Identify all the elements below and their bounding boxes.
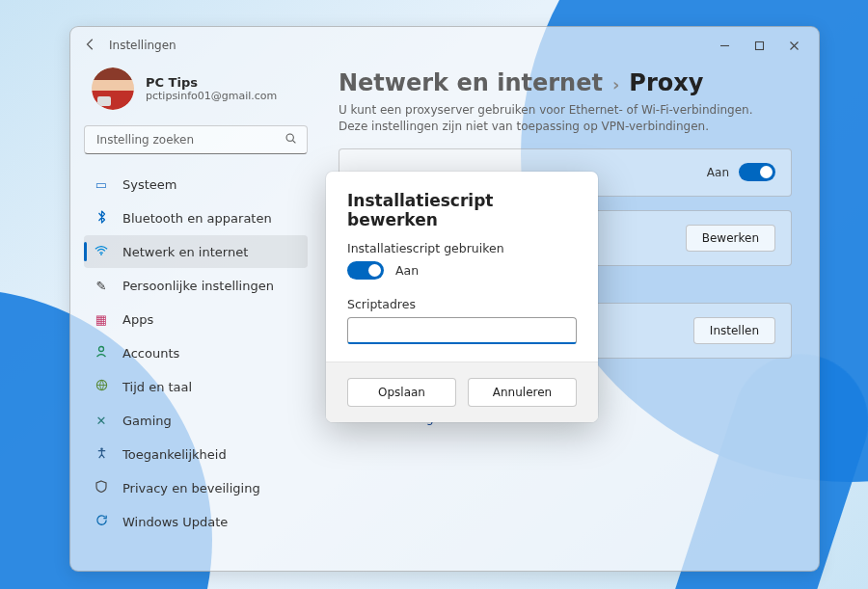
page-description: U kunt een proxyserver gebruiken voor Et… <box>339 102 782 135</box>
person-icon <box>94 345 109 361</box>
gaming-icon: ✕ <box>94 414 109 428</box>
use-script-state: Aan <box>395 263 419 278</box>
sidebar-item-label: Windows Update <box>122 515 228 529</box>
search-icon <box>285 132 297 147</box>
breadcrumb-parent[interactable]: Netwerk en internet <box>339 69 603 96</box>
window-minimize-button[interactable] <box>707 32 742 59</box>
breadcrumb: Netwerk en internet › Proxy <box>339 69 792 96</box>
brush-icon: ✎ <box>94 279 109 293</box>
save-button[interactable]: Opslaan <box>347 378 456 407</box>
sidebar-item-bluetooth[interactable]: Bluetooth en apparaten <box>84 201 308 234</box>
script-address-label: Scriptadres <box>347 297 577 311</box>
svg-rect-0 <box>755 41 763 49</box>
profile-email: pctipsinfo01@gmail.com <box>146 90 277 102</box>
svg-point-3 <box>99 347 104 352</box>
accessibility-icon <box>94 446 109 462</box>
sidebar-item-gaming[interactable]: ✕ Gaming <box>84 404 308 437</box>
chevron-right-icon: › <box>612 74 619 94</box>
sidebar: PC Tips pctipsinfo01@gmail.com ▭ Systeem <box>70 64 317 571</box>
app-title: Instellingen <box>109 39 176 52</box>
sidebar-item-system[interactable]: ▭ Systeem <box>84 168 308 201</box>
script-address-input[interactable] <box>347 317 577 344</box>
edit-script-button[interactable]: Bewerken <box>686 225 775 252</box>
sidebar-item-label: Accounts <box>122 346 179 361</box>
sidebar-item-privacy[interactable]: Privacy en beveiliging <box>84 471 308 504</box>
apps-icon: ▦ <box>94 312 109 327</box>
breadcrumb-current: Proxy <box>629 69 703 96</box>
sidebar-item-label: Systeem <box>122 177 176 192</box>
dialog-title: Installatiescript bewerken <box>347 191 577 229</box>
sidebar-item-label: Privacy en beveiliging <box>122 481 260 495</box>
profile[interactable]: PC Tips pctipsinfo01@gmail.com <box>84 64 308 125</box>
use-script-label: Installatiescript gebruiken <box>347 241 577 255</box>
sidebar-item-label: Apps <box>122 312 153 327</box>
sidebar-item-accounts[interactable]: Accounts <box>84 336 308 369</box>
sidebar-item-personalization[interactable]: ✎ Persoonlijke instellingen <box>84 269 308 302</box>
auto-detect-toggle[interactable] <box>739 163 775 181</box>
sidebar-item-label: Toegankelijkheid <box>122 447 227 462</box>
update-icon <box>94 514 109 529</box>
sidebar-item-apps[interactable]: ▦ Apps <box>84 303 308 335</box>
wifi-icon <box>94 245 109 259</box>
svg-point-1 <box>286 134 293 141</box>
globe-icon <box>94 379 109 394</box>
nav: ▭ Systeem Bluetooth en apparaten Netwerk… <box>84 168 308 538</box>
auto-detect-state: Aan <box>707 166 739 179</box>
svg-point-2 <box>100 254 102 255</box>
sidebar-item-network[interactable]: Netwerk en internet <box>84 235 308 268</box>
window-close-button[interactable] <box>776 32 811 59</box>
system-icon: ▭ <box>94 177 109 192</box>
search-input-wrapper[interactable] <box>84 125 308 154</box>
back-button[interactable] <box>78 38 103 54</box>
sidebar-item-label: Persoonlijke instellingen <box>122 279 274 293</box>
titlebar: Instellingen <box>70 27 819 64</box>
setup-manual-button[interactable]: Instellen <box>693 317 775 344</box>
sidebar-item-label: Bluetooth en apparaten <box>122 211 272 226</box>
sidebar-item-label: Netwerk en internet <box>122 245 248 259</box>
profile-name: PC Tips <box>146 75 277 90</box>
sidebar-item-label: Gaming <box>122 414 172 428</box>
sidebar-item-accessibility[interactable]: Toegankelijkheid <box>84 438 308 470</box>
svg-point-5 <box>100 447 103 450</box>
bluetooth-icon <box>94 210 109 227</box>
sidebar-item-time-language[interactable]: Tijd en taal <box>84 370 308 403</box>
cancel-button[interactable]: Annuleren <box>468 378 577 407</box>
sidebar-item-windows-update[interactable]: Windows Update <box>84 505 308 538</box>
use-script-toggle[interactable] <box>347 261 384 280</box>
search-input[interactable] <box>95 132 285 147</box>
edit-script-dialog: Installatiescript bewerken Installatiesc… <box>326 172 598 422</box>
shield-icon <box>94 480 109 495</box>
avatar <box>92 67 134 110</box>
window-maximize-button[interactable] <box>742 32 776 59</box>
sidebar-item-label: Tijd en taal <box>122 380 192 394</box>
